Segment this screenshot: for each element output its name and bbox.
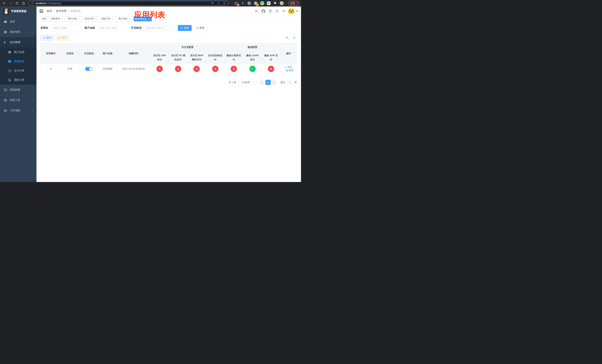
sidebar-item-workflow[interactable]: 工作流程 — [0, 105, 36, 116]
dashboard-icon — [4, 20, 7, 23]
grid-icon — [8, 60, 11, 63]
ext-yudao-icon[interactable]: y — [260, 1, 264, 5]
extension-badge: 1 — [256, 4, 259, 6]
prev-page-button[interactable] — [259, 80, 265, 85]
avatar[interactable] — [288, 8, 294, 14]
cell-alipay-pc-status: × — [169, 64, 187, 74]
search-icon[interactable] — [255, 10, 258, 13]
breadcrumb-home[interactable]: 首页 — [47, 10, 52, 13]
sidebar-item-label: 应用信息 — [14, 60, 24, 63]
goto-page-input[interactable] — [287, 80, 293, 85]
app-name-input[interactable] — [51, 25, 80, 31]
col-alipay-qr: 支付宝扫码支付 — [206, 51, 225, 64]
ext-puzzle-icon[interactable] — [273, 1, 277, 5]
export-button[interactable]: 导出 — [56, 35, 69, 41]
fullscreen-icon[interactable] — [275, 10, 279, 13]
enabled-toggle[interactable] — [85, 67, 93, 71]
status-badge: × — [194, 66, 200, 72]
url-text: localhost:1024/pay/app — [35, 2, 61, 5]
ext-camera-icon[interactable]: 1 — [254, 1, 258, 5]
close-icon[interactable]: × — [128, 18, 131, 20]
share-icon[interactable] — [217, 2, 220, 5]
app-logo-row[interactable]: 芋道管理系统 — [0, 7, 36, 16]
top-navbar: 首页 / 支付管理 / 应用信息 тT — [36, 7, 301, 16]
sidebar-collapse-icon[interactable] — [39, 9, 43, 13]
sidebar-item-infrastructure[interactable]: 基础设施 — [0, 85, 36, 95]
help-icon[interactable] — [269, 10, 272, 13]
sidebar-item-home[interactable]: 首页 — [0, 16, 36, 27]
yen-circle-icon: ¥ — [8, 69, 11, 72]
breadcrumb-section[interactable]: 支付管理 — [56, 10, 66, 13]
sidebar-item-payment[interactable]: ¥ 支付管理 — [0, 37, 36, 48]
status-badge: × — [231, 66, 237, 72]
ext-emoji-icon[interactable] — [280, 1, 284, 5]
github-icon[interactable] — [262, 10, 265, 13]
cell-app-id: 6 — [41, 64, 61, 74]
tab-pay-orders[interactable]: 支付订单 × — [83, 16, 99, 21]
refresh-table-button[interactable] — [292, 35, 297, 40]
reload-icon[interactable] — [14, 1, 20, 6]
address-bar[interactable]: localhost:1024/pay/app — [29, 1, 228, 6]
sidebar-item-label: 支付订单 — [14, 69, 24, 72]
edit-button[interactable]: 修改 — [285, 65, 292, 69]
breadcrumb: 首页 / 支付管理 / 应用信息 — [47, 10, 81, 13]
close-icon[interactable]: × — [148, 18, 150, 20]
document-icon — [8, 79, 11, 81]
page-size-select[interactable]: 10条/页 — [239, 80, 257, 85]
sidebar-item-system[interactable]: 系统管理 — [0, 27, 36, 37]
sidebar-item-dev-tools[interactable]: 研发工具 — [0, 95, 36, 105]
tab-process-form[interactable]: 流程表单 × — [49, 16, 65, 21]
tab-user-group[interactable]: 用户分组 × — [66, 16, 82, 21]
close-icon[interactable]: × — [61, 18, 64, 20]
status-select[interactable]: 请选择开启状态 — [144, 25, 176, 31]
cell-created: 2021-10-23 08:49:25 — [117, 64, 150, 74]
bookmark-star-icon[interactable] — [223, 2, 226, 5]
close-icon[interactable]: × — [111, 18, 114, 20]
sidebar: 芋道管理系统 首页 系统管理 ¥ 支付管理 — [0, 7, 36, 182]
add-button[interactable]: 新增 — [41, 35, 54, 41]
back-icon[interactable] — [2, 1, 7, 6]
col-created: 创建时间 — [117, 43, 150, 64]
sidebar-item-pay-orders[interactable]: ¥ 支付订单 — [0, 66, 36, 75]
browser-toolbar: localhost:1024/pay/app 10 ⌘ 1 y — [0, 0, 301, 7]
ext-gem-icon[interactable] — [241, 1, 245, 5]
tag-label: 支付订单 — [85, 17, 94, 20]
sidebar-item-app-info[interactable]: 应用信息 — [0, 57, 36, 66]
close-icon[interactable]: × — [78, 18, 80, 20]
delete-button[interactable]: 删除 — [286, 69, 293, 72]
close-icon[interactable]: × — [95, 18, 97, 20]
next-page-button[interactable] — [272, 80, 277, 85]
tab-merchant-info[interactable]: 商户信息 × — [117, 16, 133, 21]
password-key-icon[interactable] — [211, 2, 214, 5]
search-button[interactable]: 搜索 — [178, 25, 192, 31]
search-icon — [181, 27, 183, 29]
update-label: 更新 — [290, 2, 295, 5]
sidebar-item-refund-orders[interactable]: 退款订单 — [0, 75, 36, 85]
site-info-icon[interactable] — [31, 2, 34, 5]
extensions-area: 10 ⌘ 1 y 更新 — [234, 1, 299, 6]
font-size-icon[interactable]: тT — [282, 10, 285, 13]
tab-home[interactable]: 首页 — [41, 16, 48, 21]
tab-refund-orders[interactable]: 退款订单 × — [100, 16, 116, 21]
toggle-search-button[interactable] — [285, 35, 290, 40]
ext-blocks-icon[interactable]: 10 — [234, 1, 238, 5]
sidebar-item-merchant-info[interactable]: 商户信息 — [0, 48, 36, 57]
browser-menu-icon[interactable] — [297, 2, 297, 4]
home-icon[interactable] — [21, 1, 26, 6]
cell-alipay-wap-status: × — [187, 64, 206, 74]
forward-icon[interactable] — [8, 1, 13, 6]
col-wechat-jsapi: 微信 JSAPI 支付 — [243, 51, 262, 64]
ext-chat-icon[interactable] — [267, 1, 271, 5]
tab-app-info[interactable]: 应用信息 × — [134, 16, 152, 21]
sidebar-item-label: 工作流程 — [10, 109, 20, 112]
reset-button[interactable]: 重置 — [194, 25, 207, 31]
merchant-name-input[interactable] — [97, 25, 127, 31]
group-alipay-config: 支付宝配置 — [150, 43, 225, 51]
browser-update-button[interactable]: 更新 — [288, 1, 299, 6]
cell-wechat-jsapi-status: ✓ — [243, 64, 262, 74]
page-1-button[interactable]: 1 — [266, 80, 271, 85]
ext-command-icon[interactable]: ⌘ — [247, 1, 251, 5]
caret-down-icon[interactable] — [296, 11, 298, 12]
trash-icon — [286, 69, 288, 72]
page-size-value: 10条/页 — [242, 81, 250, 84]
